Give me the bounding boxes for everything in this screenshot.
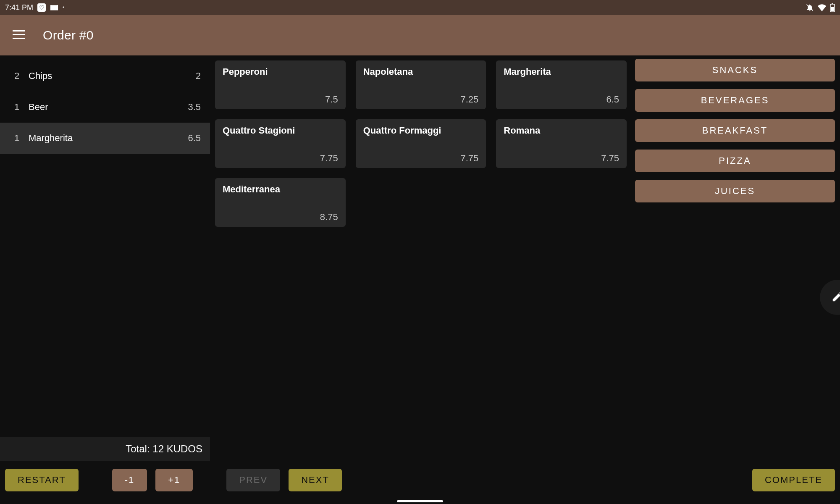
- product-price: 7.75: [504, 153, 619, 164]
- action-bar: RESTART -1 +1 PREV NEXT COMPLETE: [5, 468, 835, 492]
- next-button[interactable]: NEXT: [289, 469, 342, 491]
- order-item-name: Margherita: [27, 133, 188, 144]
- order-qty: 1: [14, 102, 27, 113]
- order-item-price: 6.5: [188, 133, 201, 144]
- category-button[interactable]: BEVERAGES: [635, 89, 835, 112]
- minus-one-button[interactable]: -1: [112, 469, 147, 491]
- product-card[interactable]: Pepperoni7.5: [215, 60, 346, 109]
- order-panel: 2Chips21Beer3.51Margherita6.5 Total: 12 …: [0, 55, 210, 504]
- product-name: Margherita: [504, 66, 619, 77]
- product-card[interactable]: Quattro Formaggi7.75: [356, 119, 486, 168]
- product-name: Romana: [504, 125, 619, 136]
- order-total: Total: 12 KUDOS: [0, 437, 210, 461]
- app-bar: Order #0: [0, 15, 840, 55]
- edit-fab[interactable]: [820, 280, 840, 315]
- restart-button[interactable]: RESTART: [5, 469, 79, 491]
- wifi-icon: [817, 4, 827, 11]
- notification-dot-icon: •: [63, 5, 64, 10]
- order-item-name: Beer: [27, 102, 188, 113]
- order-item-price: 2: [196, 71, 201, 81]
- plus-one-button[interactable]: +1: [155, 469, 193, 491]
- category-list: SNACKSBEVERAGESBREAKFASTPIZZAJUICES: [635, 59, 835, 202]
- order-item-name: Chips: [27, 71, 196, 81]
- product-card[interactable]: Mediterranea8.75: [215, 178, 346, 227]
- product-name: Mediterranea: [223, 184, 338, 195]
- product-name: Quattro Formaggi: [363, 125, 479, 136]
- order-row[interactable]: 2Chips2: [0, 60, 210, 92]
- category-button[interactable]: BREAKFAST: [635, 119, 835, 142]
- battery-icon: [830, 3, 835, 12]
- complete-button[interactable]: COMPLETE: [752, 469, 835, 491]
- order-qty: 2: [14, 71, 27, 81]
- category-button[interactable]: JUICES: [635, 180, 835, 202]
- order-row[interactable]: 1Margherita6.5: [0, 123, 210, 154]
- category-button[interactable]: SNACKS: [635, 59, 835, 81]
- gmail-icon: [50, 4, 58, 11]
- product-price: 7.5: [223, 94, 338, 105]
- product-price: 6.5: [504, 94, 619, 105]
- order-row[interactable]: 1Beer3.5: [0, 92, 210, 123]
- product-price: 8.75: [223, 212, 338, 223]
- svg-rect-2: [831, 7, 834, 11]
- product-name: Napoletana: [363, 66, 479, 77]
- product-price: 7.75: [223, 153, 338, 164]
- product-card[interactable]: Margherita6.5: [496, 60, 627, 109]
- product-name: Pepperoni: [223, 66, 338, 77]
- product-name: Quattro Stagioni: [223, 125, 338, 136]
- product-grid: Pepperoni7.5Napoletana7.25Margherita6.5Q…: [215, 60, 630, 227]
- product-card[interactable]: Quattro Stagioni7.75: [215, 119, 346, 168]
- product-card[interactable]: Romana7.75: [496, 119, 627, 168]
- android-nav-indicator: [397, 500, 443, 502]
- status-time: 7:41 PM: [5, 3, 33, 12]
- android-status-bar: 7:41 PM ♡ •: [0, 0, 840, 15]
- svg-rect-1: [832, 3, 833, 4]
- prev-button: PREV: [226, 469, 280, 491]
- hamburger-menu-icon[interactable]: [13, 28, 28, 43]
- product-price: 7.25: [363, 94, 479, 105]
- order-qty: 1: [14, 133, 27, 144]
- heart-app-icon: ♡: [37, 3, 46, 12]
- product-card[interactable]: Napoletana7.25: [356, 60, 486, 109]
- pencil-icon: [831, 290, 840, 304]
- page-title: Order #0: [43, 28, 94, 42]
- notifications-off-icon: [806, 3, 814, 12]
- product-price: 7.75: [363, 153, 479, 164]
- order-item-price: 3.5: [188, 102, 201, 113]
- category-button[interactable]: PIZZA: [635, 150, 835, 172]
